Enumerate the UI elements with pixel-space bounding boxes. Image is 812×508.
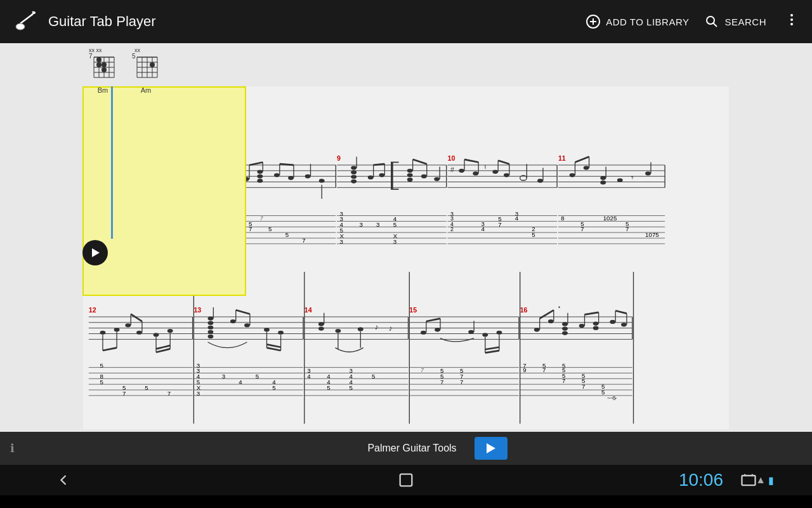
svg-text:12: 12 [89, 306, 96, 314]
svg-text:7: 7 [498, 221, 501, 228]
svg-text:5: 5 [393, 221, 396, 228]
svg-point-174 [473, 171, 478, 175]
chord-bm: xx xx 7 Bm [89, 46, 117, 94]
add-to-library-button[interactable]: ADD TO LIBRARY [586, 14, 689, 29]
svg-point-12 [790, 18, 793, 21]
chord-area: xx xx 7 Bm [89, 46, 160, 94]
svg-point-220 [617, 178, 623, 182]
svg-point-254 [154, 333, 159, 337]
svg-text:16: 16 [520, 306, 528, 314]
more-menu-button[interactable] [782, 12, 802, 31]
search-button[interactable]: SEARCH [704, 14, 766, 29]
svg-text:5: 5 [100, 362, 103, 369]
svg-text:7: 7 [562, 377, 565, 384]
svg-point-322 [318, 326, 324, 330]
topbar: Guitar Tab Player ADD TO LIBRARY SEARCH [0, 0, 812, 43]
svg-point-42 [150, 62, 155, 67]
svg-point-212 [570, 173, 575, 177]
svg-text:5: 5 [132, 53, 136, 60]
svg-marker-43 [92, 248, 100, 257]
svg-text:5: 5 [285, 231, 289, 238]
svg-line-98 [280, 164, 294, 165]
svg-point-288 [244, 323, 250, 327]
main-content: xx xx 7 Bm [0, 43, 812, 432]
svg-point-392 [562, 322, 568, 326]
svg-point-362 [497, 331, 502, 335]
svg-text:♮: ♮ [484, 163, 487, 171]
svg-point-388 [548, 319, 554, 323]
svg-point-89 [257, 170, 263, 173]
svg-point-358 [468, 330, 474, 334]
svg-text:1075: 1075 [645, 231, 659, 238]
svg-text:5: 5 [145, 384, 148, 391]
svg-text:14: 14 [304, 306, 312, 314]
svg-text:3: 3 [340, 238, 343, 245]
highlight-measure [82, 86, 246, 296]
svg-text:5: 5 [272, 384, 275, 391]
svg-point-293 [278, 331, 284, 335]
signal-icons: ▲ ▮ [756, 474, 774, 486]
svg-text:7: 7 [582, 383, 585, 390]
svg-point-137 [407, 169, 413, 173]
home-button[interactable] [393, 467, 419, 493]
clock: 10:06 [679, 470, 723, 490]
svg-point-185 [537, 179, 543, 183]
svg-text:5: 5 [601, 389, 605, 396]
svg-point-217 [600, 176, 606, 180]
svg-point-28 [102, 62, 107, 67]
next-button[interactable] [475, 437, 508, 460]
svg-point-29 [102, 67, 107, 72]
svg-text:3: 3 [376, 221, 379, 228]
svg-text:7: 7 [249, 225, 252, 232]
svg-text:5: 5 [327, 384, 330, 391]
svg-point-402 [610, 320, 615, 324]
app-logo [10, 6, 41, 37]
svg-text:5: 5 [256, 373, 259, 380]
svg-point-127 [351, 180, 357, 184]
svg-point-251 [136, 331, 142, 335]
svg-text:4: 4 [481, 225, 485, 232]
svg-text:9: 9 [337, 154, 341, 162]
svg-text:7: 7 [580, 225, 584, 232]
svg-text:5: 5 [372, 373, 375, 380]
svg-text:7: 7 [167, 390, 171, 397]
svg-point-141 [421, 175, 427, 178]
svg-text:7: 7 [89, 53, 93, 60]
svg-text:#: # [450, 166, 454, 173]
info-icon[interactable]: ℹ [10, 441, 15, 455]
svg-text:5: 5 [268, 225, 272, 232]
svg-point-9 [707, 17, 714, 24]
svg-text:3: 3 [360, 221, 363, 228]
svg-text:4: 4 [515, 215, 519, 222]
back-button[interactable] [51, 467, 76, 493]
svg-point-124 [351, 166, 357, 170]
svg-rect-434 [400, 474, 412, 486]
svg-point-126 [351, 175, 357, 178]
svg-line-133 [374, 164, 385, 165]
svg-point-125 [351, 170, 357, 174]
play-button[interactable] [82, 240, 108, 265]
svg-text:♪: ♪ [374, 323, 378, 331]
svg-point-394 [562, 331, 568, 335]
topbar-actions: ADD TO LIBRARY SEARCH [586, 12, 802, 31]
svg-point-96 [288, 176, 294, 180]
svg-line-1 [20, 14, 33, 23]
svg-point-284 [208, 335, 214, 338]
svg-point-246 [114, 328, 120, 331]
svg-point-244 [100, 331, 106, 335]
svg-text:3: 3 [197, 390, 200, 397]
svg-point-101 [319, 179, 325, 183]
svg-marker-433 [487, 443, 495, 453]
position-indicator [111, 86, 113, 239]
svg-point-139 [407, 178, 413, 182]
svg-point-90 [257, 175, 263, 178]
svg-point-5 [32, 11, 34, 13]
svg-text:7: 7 [625, 225, 629, 232]
svg-text:5: 5 [532, 231, 535, 238]
svg-text:3: 3 [393, 238, 396, 245]
svg-point-281 [208, 321, 214, 325]
svg-point-326 [358, 327, 363, 331]
svg-text:7: 7 [122, 390, 126, 397]
signal-icon: ▲ [756, 474, 766, 486]
svg-point-393 [562, 326, 568, 330]
